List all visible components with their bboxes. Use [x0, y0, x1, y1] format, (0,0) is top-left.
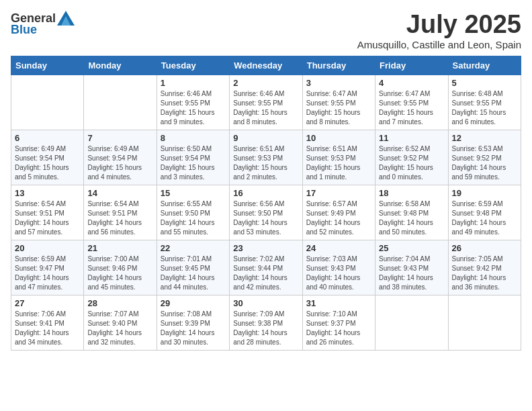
day-number: 18	[379, 188, 444, 198]
calendar-cell: 4Sunrise: 6:47 AM Sunset: 9:55 PM Daylig…	[375, 75, 448, 130]
calendar-cell	[375, 295, 448, 350]
day-info: Sunrise: 6:49 AM Sunset: 9:54 PM Dayligh…	[15, 144, 80, 182]
calendar-cell: 6Sunrise: 6:49 AM Sunset: 9:54 PM Daylig…	[11, 130, 84, 185]
day-number: 7	[87, 133, 152, 143]
day-number: 13	[15, 188, 80, 198]
page-header: General Blue July 2025 Amusquillo, Casti…	[11, 11, 521, 50]
day-info: Sunrise: 6:46 AM Sunset: 9:55 PM Dayligh…	[233, 89, 298, 127]
day-of-week-header: Friday	[375, 56, 448, 75]
day-info: Sunrise: 6:53 AM Sunset: 9:52 PM Dayligh…	[452, 144, 517, 182]
day-number: 29	[161, 298, 226, 308]
day-info: Sunrise: 7:06 AM Sunset: 9:41 PM Dayligh…	[15, 310, 80, 347]
calendar-header-row: SundayMondayTuesdayWednesdayThursdayFrid…	[11, 56, 521, 75]
day-info: Sunrise: 6:57 AM Sunset: 9:49 PM Dayligh…	[306, 199, 371, 237]
day-info: Sunrise: 7:02 AM Sunset: 9:44 PM Dayligh…	[233, 255, 298, 292]
day-number: 10	[306, 133, 371, 143]
calendar-table: SundayMondayTuesdayWednesdayThursdayFrid…	[11, 56, 521, 351]
calendar-cell: 11Sunrise: 6:52 AM Sunset: 9:52 PM Dayli…	[375, 130, 448, 185]
calendar-cell: 29Sunrise: 7:08 AM Sunset: 9:39 PM Dayli…	[157, 295, 229, 350]
day-number: 20	[15, 243, 80, 253]
day-number: 23	[233, 243, 298, 253]
day-number: 22	[161, 243, 226, 253]
calendar-week-row: 1Sunrise: 6:46 AM Sunset: 9:55 PM Daylig…	[11, 75, 521, 130]
day-info: Sunrise: 6:58 AM Sunset: 9:48 PM Dayligh…	[379, 199, 444, 237]
day-number: 28	[87, 298, 152, 308]
calendar-cell: 18Sunrise: 6:58 AM Sunset: 9:48 PM Dayli…	[375, 185, 448, 240]
calendar-cell: 30Sunrise: 7:09 AM Sunset: 9:38 PM Dayli…	[230, 295, 302, 350]
calendar-cell: 24Sunrise: 7:03 AM Sunset: 9:43 PM Dayli…	[302, 240, 375, 295]
title-section: July 2025 Amusquillo, Castille and Leon,…	[357, 11, 521, 50]
day-info: Sunrise: 7:03 AM Sunset: 9:43 PM Dayligh…	[306, 255, 371, 292]
day-number: 17	[306, 188, 371, 198]
day-info: Sunrise: 7:04 AM Sunset: 9:43 PM Dayligh…	[379, 255, 444, 292]
day-info: Sunrise: 6:59 AM Sunset: 9:48 PM Dayligh…	[452, 199, 517, 237]
calendar-cell: 21Sunrise: 7:00 AM Sunset: 9:46 PM Dayli…	[84, 240, 157, 295]
logo-icon	[57, 11, 75, 26]
day-info: Sunrise: 6:55 AM Sunset: 9:50 PM Dayligh…	[161, 199, 226, 237]
day-of-week-header: Wednesday	[230, 56, 302, 75]
day-info: Sunrise: 6:50 AM Sunset: 9:54 PM Dayligh…	[161, 144, 226, 182]
day-info: Sunrise: 7:00 AM Sunset: 9:46 PM Dayligh…	[87, 255, 152, 292]
day-info: Sunrise: 6:54 AM Sunset: 9:51 PM Dayligh…	[15, 199, 80, 237]
day-info: Sunrise: 7:10 AM Sunset: 9:37 PM Dayligh…	[306, 310, 371, 347]
calendar-cell: 8Sunrise: 6:50 AM Sunset: 9:54 PM Daylig…	[157, 130, 229, 185]
day-number: 6	[15, 133, 80, 143]
calendar-cell	[11, 75, 84, 130]
day-info: Sunrise: 6:51 AM Sunset: 9:53 PM Dayligh…	[306, 144, 371, 182]
calendar-cell: 1Sunrise: 6:46 AM Sunset: 9:55 PM Daylig…	[157, 75, 229, 130]
calendar-cell: 15Sunrise: 6:55 AM Sunset: 9:50 PM Dayli…	[157, 185, 229, 240]
calendar-cell: 31Sunrise: 7:10 AM Sunset: 9:37 PM Dayli…	[302, 295, 375, 350]
day-info: Sunrise: 6:48 AM Sunset: 9:55 PM Dayligh…	[452, 89, 517, 127]
calendar-cell: 10Sunrise: 6:51 AM Sunset: 9:53 PM Dayli…	[302, 130, 375, 185]
day-info: Sunrise: 6:47 AM Sunset: 9:55 PM Dayligh…	[379, 89, 444, 127]
day-number: 26	[452, 243, 517, 253]
day-of-week-header: Thursday	[302, 56, 375, 75]
day-info: Sunrise: 7:07 AM Sunset: 9:40 PM Dayligh…	[87, 310, 152, 347]
day-info: Sunrise: 7:09 AM Sunset: 9:38 PM Dayligh…	[233, 310, 298, 347]
calendar-week-row: 6Sunrise: 6:49 AM Sunset: 9:54 PM Daylig…	[11, 130, 521, 185]
day-info: Sunrise: 6:59 AM Sunset: 9:47 PM Dayligh…	[15, 255, 80, 292]
calendar-cell: 28Sunrise: 7:07 AM Sunset: 9:40 PM Dayli…	[84, 295, 157, 350]
day-number: 15	[161, 188, 226, 198]
calendar-cell: 9Sunrise: 6:51 AM Sunset: 9:53 PM Daylig…	[230, 130, 302, 185]
day-number: 30	[233, 298, 298, 308]
calendar-cell: 14Sunrise: 6:54 AM Sunset: 9:51 PM Dayli…	[84, 185, 157, 240]
calendar-cell: 25Sunrise: 7:04 AM Sunset: 9:43 PM Dayli…	[375, 240, 448, 295]
day-info: Sunrise: 6:56 AM Sunset: 9:50 PM Dayligh…	[233, 199, 298, 237]
calendar-week-row: 20Sunrise: 6:59 AM Sunset: 9:47 PM Dayli…	[11, 240, 521, 295]
calendar-cell: 12Sunrise: 6:53 AM Sunset: 9:52 PM Dayli…	[448, 130, 521, 185]
calendar-cell: 7Sunrise: 6:49 AM Sunset: 9:54 PM Daylig…	[84, 130, 157, 185]
logo: General Blue	[11, 11, 75, 37]
calendar-cell: 3Sunrise: 6:47 AM Sunset: 9:55 PM Daylig…	[302, 75, 375, 130]
calendar-cell: 20Sunrise: 6:59 AM Sunset: 9:47 PM Dayli…	[11, 240, 84, 295]
calendar-week-row: 27Sunrise: 7:06 AM Sunset: 9:41 PM Dayli…	[11, 295, 521, 350]
day-info: Sunrise: 6:51 AM Sunset: 9:53 PM Dayligh…	[233, 144, 298, 182]
day-of-week-header: Sunday	[11, 56, 84, 75]
calendar-cell: 16Sunrise: 6:56 AM Sunset: 9:50 PM Dayli…	[230, 185, 302, 240]
location: Amusquillo, Castille and Leon, Spain	[357, 39, 521, 50]
day-info: Sunrise: 6:46 AM Sunset: 9:55 PM Dayligh…	[161, 89, 226, 127]
calendar-cell	[448, 295, 521, 350]
calendar-cell: 27Sunrise: 7:06 AM Sunset: 9:41 PM Dayli…	[11, 295, 84, 350]
day-info: Sunrise: 7:01 AM Sunset: 9:45 PM Dayligh…	[161, 255, 226, 292]
day-number: 21	[87, 243, 152, 253]
day-of-week-header: Saturday	[448, 56, 521, 75]
day-number: 16	[233, 188, 298, 198]
calendar-cell: 26Sunrise: 7:05 AM Sunset: 9:42 PM Dayli…	[448, 240, 521, 295]
day-number: 31	[306, 298, 371, 308]
day-number: 25	[379, 243, 444, 253]
day-number: 19	[452, 188, 517, 198]
calendar-cell: 5Sunrise: 6:48 AM Sunset: 9:55 PM Daylig…	[448, 75, 521, 130]
day-info: Sunrise: 7:08 AM Sunset: 9:39 PM Dayligh…	[161, 310, 226, 347]
calendar-cell: 13Sunrise: 6:54 AM Sunset: 9:51 PM Dayli…	[11, 185, 84, 240]
calendar-week-row: 13Sunrise: 6:54 AM Sunset: 9:51 PM Dayli…	[11, 185, 521, 240]
day-number: 3	[306, 78, 371, 88]
day-number: 24	[306, 243, 371, 253]
month-title: July 2025	[357, 11, 521, 39]
day-number: 9	[233, 133, 298, 143]
calendar-cell: 19Sunrise: 6:59 AM Sunset: 9:48 PM Dayli…	[448, 185, 521, 240]
calendar-cell: 17Sunrise: 6:57 AM Sunset: 9:49 PM Dayli…	[302, 185, 375, 240]
calendar-body: 1Sunrise: 6:46 AM Sunset: 9:55 PM Daylig…	[11, 75, 521, 350]
day-number: 1	[161, 78, 226, 88]
calendar-cell	[84, 75, 157, 130]
